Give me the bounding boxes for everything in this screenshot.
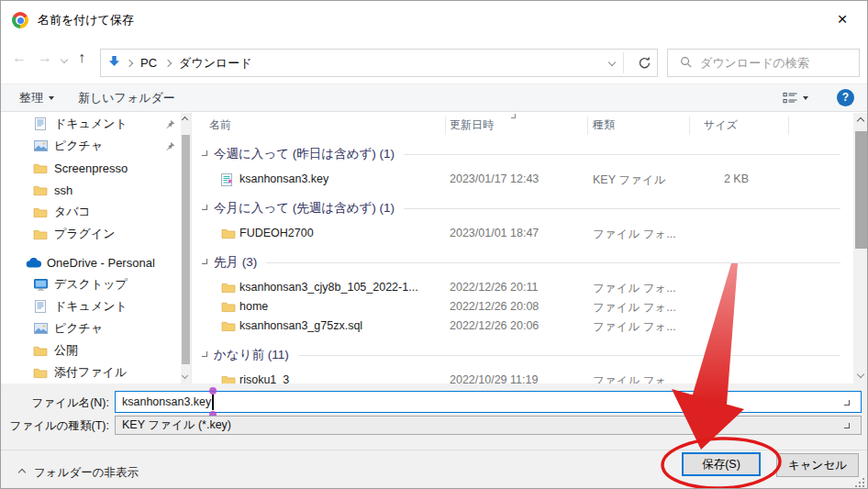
new-folder-button[interactable]: 新しいフォルダー bbox=[78, 84, 175, 111]
pin-icon bbox=[165, 140, 175, 154]
navigation-row: ← → ↑ PC ダウンロード bbox=[1, 41, 867, 82]
sidebar-item-label: OneDrive - Personal bbox=[47, 256, 155, 270]
file-row[interactable]: ksanhonsan3.key2023/01/17 12:43KEY ファイル2… bbox=[199, 171, 846, 190]
scroll-down-icon[interactable] bbox=[182, 372, 188, 379]
chevron-down-icon bbox=[202, 351, 207, 357]
column-header-type[interactable]: 種類 bbox=[593, 117, 615, 133]
folder-icon bbox=[221, 228, 236, 242]
list-scrollbar[interactable] bbox=[853, 113, 868, 383]
selection-grip-icon bbox=[209, 387, 217, 395]
file-name: FUDEOH2700 bbox=[239, 227, 443, 239]
filetype-label: ファイルの種類(T): bbox=[1, 418, 109, 434]
filename-input[interactable]: ksanhonsan3.key bbox=[115, 391, 862, 413]
view-options-button[interactable] bbox=[783, 84, 808, 111]
file-size: 2 KB bbox=[681, 172, 749, 185]
filetype-select[interactable]: KEY ファイル (*.key) bbox=[115, 416, 862, 435]
sidebar-item-label: ピクチャ bbox=[54, 320, 103, 337]
close-icon[interactable]: × bbox=[827, 6, 858, 32]
folder-icon bbox=[32, 184, 49, 196]
cancel-button[interactable]: キャンセル bbox=[776, 453, 859, 477]
file-row[interactable]: FUDEOH27002023/01/01 18:47ファイル フォ... bbox=[199, 225, 846, 244]
breadcrumb-chevron-icon bbox=[164, 59, 172, 66]
chevron-down-icon bbox=[803, 96, 808, 100]
folder-icon bbox=[221, 301, 236, 316]
sidebar-item-label: ssh bbox=[54, 183, 72, 197]
nav-history-chevron-icon[interactable] bbox=[61, 56, 68, 63]
sidebar-item-attachments[interactable]: 添付ファイル bbox=[1, 361, 181, 383]
sidebar-item-documents[interactable]: ドキュメント bbox=[1, 113, 181, 135]
file-date: 2023/01/17 12:43 bbox=[450, 172, 587, 185]
file-type: ファイル フォ... bbox=[593, 281, 698, 296]
sidebar-item-tabako[interactable]: タバコ bbox=[1, 201, 181, 223]
filetype-value: KEY ファイル (*.key) bbox=[122, 418, 231, 431]
column-header-date[interactable]: 更新日時 bbox=[450, 117, 494, 133]
file-row[interactable]: risoku1_32022/10/29 11:19ファイル フォ bbox=[199, 372, 846, 383]
file-row[interactable]: ksanhonsan3_cjy8b_105_2022-1...2022/12/2… bbox=[199, 279, 846, 298]
sidebar-item-public[interactable]: 公開 bbox=[1, 339, 181, 361]
file-rows: 今週に入って (昨日は含めず) (1)ksanhonsan3.key2023/0… bbox=[199, 140, 846, 383]
file-date: 2022/12/26 20:06 bbox=[450, 319, 587, 332]
sidebar-item-desktop[interactable]: デスクトップ bbox=[1, 273, 181, 295]
group-header[interactable]: 先月 (3) bbox=[199, 252, 846, 272]
column-header-row: 名前 更新日時 種類 サイズ bbox=[192, 113, 853, 137]
file-list: 名前 更新日時 種類 サイズ 今週に入って (昨日は含めず) (1)ksanho… bbox=[192, 113, 853, 383]
back-icon[interactable]: ← bbox=[12, 50, 27, 66]
sidebar-item-pictures-od[interactable]: ピクチャ bbox=[1, 317, 181, 339]
scroll-up-icon[interactable] bbox=[182, 117, 188, 123]
sidebar-item-label: ドキュメント bbox=[54, 116, 128, 132]
file-row[interactable]: ksanhonsan3_g75zx.sql2022/12/26 20:06ファイ… bbox=[199, 317, 846, 337]
scrollbar-thumb[interactable] bbox=[182, 135, 190, 364]
organize-button[interactable]: 整理 bbox=[19, 84, 54, 111]
chevron-down-icon bbox=[49, 96, 54, 100]
sidebar-item-label: デスクトップ bbox=[54, 276, 128, 293]
file-type: ファイル フォ... bbox=[593, 227, 698, 242]
file-name: ksanhonsan3_cjy8b_105_2022-1... bbox=[239, 281, 443, 294]
group-header[interactable]: かなり前 (11) bbox=[199, 345, 846, 365]
sidebar-item-screenpresso[interactable]: Screenpresso bbox=[1, 157, 181, 179]
address-dropdown-chevron-icon[interactable] bbox=[608, 59, 616, 66]
sidebar-item-onedrive[interactable]: OneDrive - Personal bbox=[1, 251, 181, 273]
desktop-icon bbox=[32, 279, 49, 291]
folder-icon bbox=[32, 162, 49, 174]
up-icon[interactable]: ↑ bbox=[78, 50, 85, 66]
folder-icon bbox=[32, 367, 49, 379]
group-header[interactable]: 今月に入って (先週は含めず) (1) bbox=[199, 198, 846, 218]
save-button[interactable]: 保存(S) bbox=[682, 452, 761, 476]
sidebar-item-pictures[interactable]: ピクチャ bbox=[1, 135, 181, 157]
hide-folders-button[interactable]: フォルダーの非表示 bbox=[19, 461, 139, 484]
sidebar-item-plugins[interactable]: プラグイン bbox=[1, 223, 181, 245]
search-icon bbox=[680, 56, 692, 71]
forward-icon[interactable]: → bbox=[38, 50, 52, 66]
breadcrumb-pc[interactable]: PC bbox=[139, 56, 159, 70]
column-header-name[interactable]: 名前 bbox=[209, 117, 231, 133]
sidebar-item-label: タバコ bbox=[54, 204, 91, 220]
file-row[interactable]: home2022/12/26 20:08ファイル フォ... bbox=[199, 298, 846, 317]
scroll-up-icon[interactable] bbox=[857, 117, 864, 125]
file-name: risoku1_3 bbox=[239, 373, 443, 383]
filename-value: ksanhonsan3.key bbox=[122, 395, 211, 408]
help-button[interactable]: ? bbox=[837, 89, 854, 106]
chevron-down-icon[interactable] bbox=[844, 400, 850, 406]
group-header[interactable]: 今週に入って (昨日は含めず) (1) bbox=[199, 144, 846, 164]
sidebar-item-documents-od[interactable]: ドキュメント bbox=[1, 295, 181, 317]
folder-icon bbox=[221, 320, 236, 335]
scroll-down-icon[interactable] bbox=[857, 371, 864, 378]
scrollbar-thumb[interactable] bbox=[855, 131, 867, 249]
command-toolbar: 整理 新しいフォルダー ? bbox=[1, 83, 867, 112]
breadcrumb-downloads[interactable]: ダウンロード bbox=[177, 55, 254, 72]
document-icon bbox=[32, 300, 49, 313]
sort-descending-icon bbox=[511, 114, 516, 118]
resize-grip[interactable] bbox=[854, 477, 865, 488]
filename-label: ファイル名(N): bbox=[1, 395, 109, 411]
list-view-icon bbox=[783, 92, 797, 105]
sidebar-item-ssh[interactable]: ssh bbox=[1, 179, 181, 201]
column-header-size[interactable]: サイズ bbox=[704, 117, 738, 133]
address-bar[interactable]: PC ダウンロード bbox=[100, 49, 658, 77]
sidebar-item-label: ドキュメント bbox=[54, 298, 128, 315]
file-date: 2023/01/01 18:47 bbox=[450, 227, 587, 239]
group-label: 今月に入って (先週は含めず) (1) bbox=[214, 200, 395, 217]
organize-label: 整理 bbox=[19, 84, 43, 111]
sidebar-scrollbar[interactable] bbox=[181, 113, 191, 383]
refresh-icon[interactable] bbox=[638, 56, 651, 72]
search-input[interactable] bbox=[700, 56, 862, 70]
